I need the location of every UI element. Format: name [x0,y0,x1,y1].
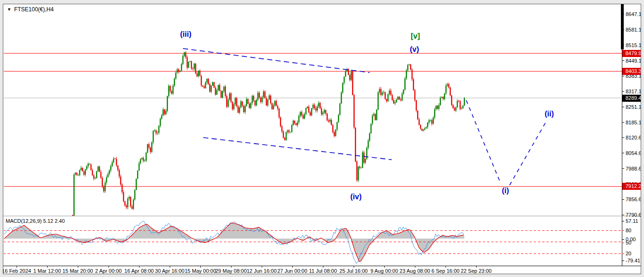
price-axis-label: 7790.6 [626,212,641,218]
price-axis-label: 8185.1 [626,120,641,125]
macd-axis-label: 80 [626,228,631,233]
projection-up-trendline[interactable] [510,121,546,185]
level-price-badge: 8479.9 [622,50,641,57]
time-axis-label: 25 Jul 16:00 [339,268,368,274]
price-pane[interactable] [3,49,622,218]
trading-terminal-screen: ▼ FTSE100(€),H4 MACD(12,26,9) 5.12 2.40 … [0,0,644,277]
time-axis-label: 9 Aug 00:00 [371,268,398,274]
time-axis-label: 2 Apr 00:00 [95,268,122,274]
price-axis-label: 8515.1 [626,42,641,48]
projection-down-trendline[interactable] [466,100,500,182]
macd-pane[interactable] [3,221,622,263]
time-axis-label: 23 Aug 08:00 [400,268,430,274]
price-axis-label: 8581.1 [626,27,641,33]
chart-graphics[interactable] [3,4,641,274]
wave-label-v[interactable]: [v] [411,32,420,41]
chart-title-bar: ▼ FTSE100(€),H4 [7,6,54,13]
wave-label-iv[interactable]: (iv) [350,193,362,201]
time-axis-label: 12 Jun 16:00 [247,268,277,274]
level-price-badge: 7912.2 [622,183,641,190]
collapse-panel-icon[interactable]: ▼ [7,7,11,12]
macd-axis-label: 57.11 [626,218,638,224]
price-axis-label: 8120.6 [626,135,641,140]
symbol-period-label: FTSE100(€),H4 [14,6,54,13]
time-axis-label: 27 Jun 00:00 [277,268,307,274]
price-axis-label: 8449.1 [626,58,641,64]
price-axis-label: 8054.6 [626,150,641,156]
price-axis-label: 8317.1 [626,89,641,94]
time-axis-label: 1 Mar 12:00 [33,268,61,274]
macd-axis-label: -79.41 [626,258,640,263]
time-axis-label: 15 Mar 20:00 [63,268,93,274]
wave-label-i[interactable]: (i) [502,187,509,195]
time-axis-label: 16 Feb 2024 [3,268,31,274]
time-axis-label: 30 Apr 16:00 [155,268,184,274]
last-price-badge: 8289.4 [622,95,641,102]
candlestick-series [72,51,465,218]
macd-indicator-label: MACD(12,26,9) 5.12 2.40 [6,218,65,224]
chart-window[interactable]: ▼ FTSE100(€),H4 MACD(12,26,9) 5.12 2.40 … [3,4,641,274]
price-axis-label: 7856.6 [626,196,641,202]
time-axis-label: 11 Jul 08:00 [309,268,337,274]
price-axis-label: 8647.1 [626,11,641,17]
macd-histogram-area [4,223,464,262]
wedge-upper-trendline[interactable] [183,49,370,73]
level-price-badge: 8403.3 [622,68,641,75]
time-axis-label: 29 May 08:00 [215,268,247,274]
time-axis-label: 6 Sep 16:00 [431,268,459,274]
time-axis-label: 16 Apr 08:00 [124,268,154,274]
wedge-lower-trendline[interactable] [203,138,392,160]
wave-label-iii[interactable]: (iii) [180,30,191,39]
axis-black-bar [621,4,624,49]
time-axis-label: 22 Sep 23:00 [461,268,491,274]
macd-axis-label: 50 [626,240,631,245]
wave-label-v[interactable]: (v) [410,45,419,54]
macd-axis-label: 20 [626,251,631,256]
price-axis-label: 8251.1 [626,104,641,110]
wave-label-ii[interactable]: (ii) [545,110,554,118]
price-axis-label: 7988.6 [626,166,641,171]
time-axis-label: 15 May 00:00 [185,268,216,274]
